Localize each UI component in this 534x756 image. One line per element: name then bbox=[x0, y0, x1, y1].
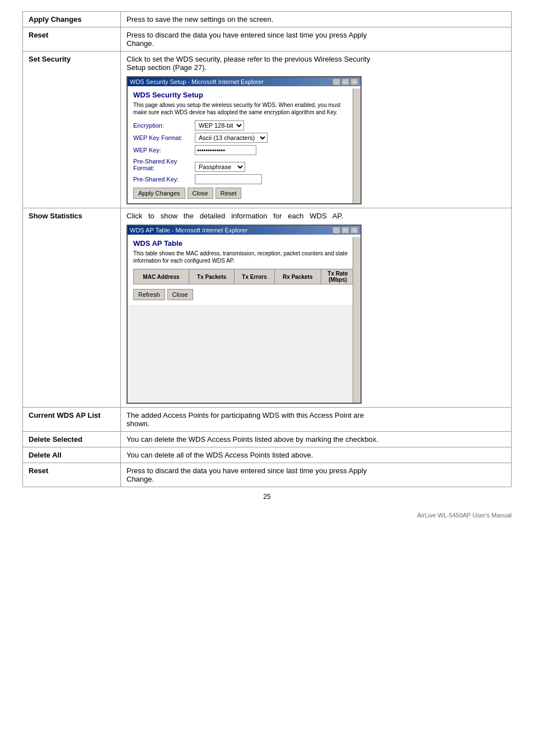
table-row: Show Statistics Click to show the detail… bbox=[23, 208, 512, 408]
row-label: Reset bbox=[23, 463, 121, 487]
close-button[interactable]: × bbox=[350, 78, 358, 85]
table-row: Current WDS AP List The added Access Poi… bbox=[23, 408, 512, 432]
table-row: Apply Changes Press to save the new sett… bbox=[23, 12, 512, 27]
stats-buttons: Refresh Close bbox=[133, 289, 355, 300]
stats-close-btn[interactable]: Close bbox=[167, 289, 193, 300]
wep-key-row: WEP Key: bbox=[133, 145, 355, 155]
security-screenshot: WDS Security Setup - Microsoft Internet … bbox=[127, 76, 362, 204]
row-content: Press to save the new settings on the sc… bbox=[121, 12, 512, 27]
stats-titlebar-title: WDS AP Table - Microsoft Internet Explor… bbox=[130, 227, 248, 234]
stats-minimize-button[interactable]: _ bbox=[332, 227, 340, 234]
titlebar-controls: _ □ × bbox=[332, 78, 358, 85]
stats-description: This table shows the MAC address, transm… bbox=[133, 250, 355, 264]
row-label: Set Security bbox=[23, 52, 121, 208]
stats-body: WDS AP Table This table shows the MAC ad… bbox=[128, 235, 360, 305]
row-label: Show Statistics bbox=[23, 208, 121, 408]
row-label: Delete Selected bbox=[23, 432, 121, 447]
row-content: Press to discard the data you have enter… bbox=[121, 27, 512, 52]
encryption-label: Encryption: bbox=[133, 122, 195, 129]
pre-shared-format-row: Pre-Shared KeyFormat: Passphrase bbox=[133, 157, 355, 172]
row-label: Delete All bbox=[23, 447, 121, 463]
screenshot-description: This page allows you setup the wireless … bbox=[133, 101, 355, 116]
col-tx-rate: Tx Rate(Mbps) bbox=[321, 269, 354, 284]
page-footer: AirLive WL-5450AP User's Manual bbox=[22, 512, 512, 519]
pre-shared-key-row: Pre-Shared Key: bbox=[133, 174, 355, 184]
pre-shared-format-select[interactable]: Passphrase bbox=[195, 162, 245, 172]
table-row: Set Security Click to set the WDS securi… bbox=[23, 52, 512, 208]
screenshot-body: WDS Security Setup This page allows you … bbox=[128, 86, 360, 203]
screenshot-heading: WDS Security Setup bbox=[133, 91, 355, 99]
main-content-table: Apply Changes Press to save the new sett… bbox=[22, 11, 512, 487]
row-label: Apply Changes bbox=[23, 12, 121, 27]
wep-key-label: WEP Key: bbox=[133, 147, 195, 153]
table-row: Delete All You can delete all of the WDS… bbox=[23, 447, 512, 463]
col-mac: MAC Address bbox=[134, 269, 189, 284]
wep-key-format-select[interactable]: Ascii (13 characters) bbox=[195, 133, 268, 143]
wep-key-input[interactable] bbox=[195, 145, 256, 155]
page-number: 25 bbox=[22, 493, 512, 501]
row-label: Current WDS AP List bbox=[23, 408, 121, 432]
stats-heading: WDS AP Table bbox=[133, 239, 355, 248]
reset-button[interactable]: Reset bbox=[216, 188, 242, 199]
stats-close-button[interactable]: × bbox=[350, 227, 358, 234]
row-content: Click to show the detailed information f… bbox=[121, 208, 512, 408]
row-content: You can delete the WDS Access Points lis… bbox=[121, 432, 512, 447]
table-header-row: MAC Address Tx Packets Tx Errors Rx Pack… bbox=[134, 269, 355, 284]
encryption-row: Encryption: WEP 128-bit bbox=[133, 120, 355, 130]
row-content: The added Access Points for participatin… bbox=[121, 408, 512, 432]
wds-ap-data-table: MAC Address Tx Packets Tx Errors Rx Pack… bbox=[133, 269, 355, 284]
table-row: Delete Selected You can delete the WDS A… bbox=[23, 432, 512, 447]
restore-button[interactable]: □ bbox=[341, 78, 349, 85]
apply-changes-button[interactable]: Apply Changes bbox=[133, 188, 185, 199]
row-label: Reset bbox=[23, 27, 121, 52]
row-content: Click to set the WDS security, please re… bbox=[121, 52, 512, 208]
table-row: Reset Press to discard the data you have… bbox=[23, 463, 512, 487]
stats-restore-button[interactable]: □ bbox=[341, 227, 349, 234]
stats-scrollbar[interactable] bbox=[353, 237, 360, 403]
scrollbar[interactable] bbox=[353, 88, 360, 203]
col-tx-errors: Tx Errors bbox=[235, 269, 274, 284]
wep-key-format-label: WEP Key Format: bbox=[133, 134, 195, 141]
statistics-screenshot: WDS AP Table - Microsoft Internet Explor… bbox=[127, 225, 362, 404]
titlebar-title: WDS Security Setup - Microsoft Internet … bbox=[130, 78, 264, 85]
pre-shared-key-label: Pre-Shared Key: bbox=[133, 176, 195, 183]
col-rx-packets: Rx Packets bbox=[274, 269, 321, 284]
row-content: You can delete all of the WDS Access Poi… bbox=[121, 447, 512, 463]
pre-shared-format-label: Pre-Shared KeyFormat: bbox=[133, 158, 195, 171]
minimize-button[interactable]: _ bbox=[332, 78, 340, 85]
wep-key-format-row: WEP Key Format: Ascii (13 characters) bbox=[133, 133, 355, 143]
stats-titlebar: WDS AP Table - Microsoft Internet Explor… bbox=[128, 226, 360, 235]
security-buttons: Apply Changes Close Reset bbox=[133, 188, 355, 199]
col-tx-packets: Tx Packets bbox=[189, 269, 235, 284]
close-button[interactable]: Close bbox=[188, 188, 213, 199]
refresh-button[interactable]: Refresh bbox=[133, 289, 165, 300]
table-row: Reset Press to discard the data you have… bbox=[23, 27, 512, 52]
row-content: Press to discard the data you have enter… bbox=[121, 463, 512, 487]
stats-titlebar-controls: _ □ × bbox=[332, 227, 358, 234]
screenshot-titlebar: WDS Security Setup - Microsoft Internet … bbox=[128, 77, 360, 86]
pre-shared-key-input[interactable] bbox=[195, 174, 262, 184]
encryption-select[interactable]: WEP 128-bit bbox=[195, 120, 244, 130]
